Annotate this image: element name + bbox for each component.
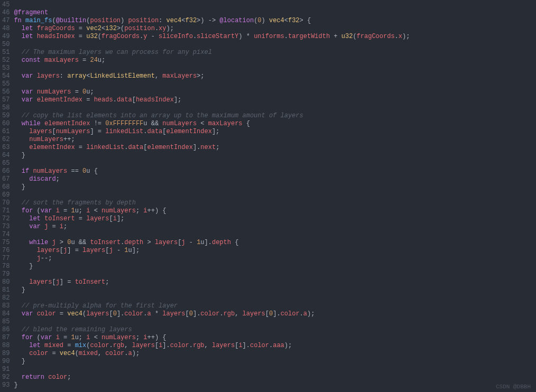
code-line[interactable] (14, 294, 536, 302)
line-number: 51 (2, 49, 10, 57)
line-number: 60 (2, 120, 10, 128)
line-number: 81 (2, 286, 10, 294)
code-line[interactable]: fn main_fs(@builtin(position) position: … (14, 17, 536, 25)
line-number: 58 (2, 104, 10, 112)
line-number: 59 (2, 112, 10, 120)
line-number: 78 (2, 263, 10, 270)
line-number: 90 (2, 358, 10, 366)
code-line[interactable]: elementIndex = linkedList.data[elementIn… (14, 144, 536, 152)
code-line[interactable]: var layers: array<LinkedListElement, max… (14, 72, 536, 80)
line-number: 77 (2, 255, 10, 263)
line-number: 56 (2, 88, 10, 96)
code-line[interactable]: discard; (14, 175, 536, 183)
code-line[interactable]: for (var i = 1u; i < numLayers; i++) { (14, 207, 536, 215)
code-line[interactable]: } (14, 381, 536, 389)
line-number: 71 (2, 207, 10, 215)
code-line[interactable]: var color = vec4(layers[0].color.a * lay… (14, 310, 536, 318)
watermark: CSDN @DBBH (496, 384, 531, 390)
code-line[interactable]: var numLayers = 0u; (14, 88, 536, 96)
code-line[interactable]: color = vec4(mixed, color.a); (14, 350, 536, 358)
code-line[interactable]: // blend the remaining layers (14, 326, 536, 334)
line-number: 70 (2, 199, 10, 207)
line-number: 84 (2, 310, 10, 318)
line-number: 86 (2, 326, 10, 334)
code-line[interactable]: while elementIndex != 0xFFFFFFFFu && num… (14, 120, 536, 128)
line-number: 54 (2, 72, 10, 80)
line-number: 75 (2, 239, 10, 247)
line-number: 67 (2, 175, 10, 183)
line-number: 45 (2, 1, 10, 9)
line-number-gutter: 4546474849505152535455565758596061626364… (0, 0, 14, 392)
code-line[interactable]: while j > 0u && toInsert.depth > layers[… (14, 239, 536, 247)
code-line[interactable] (14, 191, 536, 199)
code-editor: 4546474849505152535455565758596061626364… (0, 0, 536, 392)
line-number: 82 (2, 294, 10, 302)
code-line[interactable]: @fragment (14, 9, 536, 17)
line-number: 79 (2, 270, 10, 278)
line-number: 47 (2, 17, 10, 25)
code-line[interactable]: // pre-multiply alpha for the first laye… (14, 302, 536, 310)
line-number: 64 (2, 152, 10, 160)
line-number: 88 (2, 342, 10, 350)
line-number: 61 (2, 128, 10, 136)
code-line[interactable] (14, 64, 536, 72)
line-number: 50 (2, 41, 10, 49)
line-number: 92 (2, 374, 10, 381)
line-number: 91 (2, 366, 10, 374)
line-number: 53 (2, 64, 10, 72)
code-line[interactable]: layers[j] = layers[j - 1u]; (14, 247, 536, 255)
line-number: 80 (2, 278, 10, 286)
code-line[interactable]: } (14, 263, 536, 270)
code-line[interactable]: var elementIndex = heads.data[headsIndex… (14, 96, 536, 104)
line-number: 89 (2, 350, 10, 358)
line-number: 48 (2, 25, 10, 33)
code-line[interactable]: return color; (14, 374, 536, 381)
code-line[interactable]: // The maximum layers we can process for… (14, 49, 536, 57)
line-number: 49 (2, 33, 10, 41)
code-line[interactable]: let mixed = mix(color.rgb, layers[i].col… (14, 342, 536, 350)
code-line[interactable]: if numLayers == 0u { (14, 167, 536, 175)
code-line[interactable] (14, 231, 536, 239)
code-line[interactable]: let fragCoords = vec2<i32>(position.xy); (14, 25, 536, 33)
code-line[interactable]: const maxLayers = 24u; (14, 57, 536, 64)
line-number: 72 (2, 215, 10, 223)
code-line[interactable]: let toInsert = layers[i]; (14, 215, 536, 223)
code-line[interactable] (14, 318, 536, 326)
code-line[interactable] (14, 41, 536, 49)
line-number: 65 (2, 160, 10, 167)
code-line[interactable]: for (var i = 1u; i < numLayers; i++) { (14, 334, 536, 342)
line-number: 46 (2, 9, 10, 17)
line-number: 74 (2, 231, 10, 239)
line-number: 62 (2, 136, 10, 144)
code-line[interactable]: layers[numLayers] = linkedList.data[elem… (14, 128, 536, 136)
line-number: 73 (2, 223, 10, 231)
code-line[interactable] (14, 104, 536, 112)
code-line[interactable] (14, 366, 536, 374)
line-number: 55 (2, 80, 10, 88)
code-line[interactable]: var j = i; (14, 223, 536, 231)
code-line[interactable] (14, 270, 536, 278)
code-line[interactable]: } (14, 152, 536, 160)
code-line[interactable]: layers[j] = toInsert; (14, 278, 536, 286)
code-line[interactable]: j--; (14, 255, 536, 263)
line-number: 66 (2, 167, 10, 175)
line-number: 57 (2, 96, 10, 104)
line-number: 69 (2, 191, 10, 199)
code-line[interactable]: // copy the list elements into an array … (14, 112, 536, 120)
line-number: 52 (2, 57, 10, 64)
line-number: 83 (2, 302, 10, 310)
code-line[interactable] (14, 80, 536, 88)
code-line[interactable]: } (14, 358, 536, 366)
line-number: 93 (2, 381, 10, 389)
line-number: 76 (2, 247, 10, 255)
code-line[interactable]: numLayers++; (14, 136, 536, 144)
code-line[interactable]: // sort the fragments by depth (14, 199, 536, 207)
code-line[interactable]: let headsIndex = u32(fragCoords.y - slic… (14, 33, 536, 41)
line-number: 87 (2, 334, 10, 342)
code-line[interactable]: } (14, 286, 536, 294)
line-number: 63 (2, 144, 10, 152)
code-line[interactable]: } (14, 183, 536, 191)
code-content[interactable]: @fragmentfn main_fs(@builtin(position) p… (14, 0, 536, 392)
code-line[interactable] (14, 160, 536, 167)
code-line[interactable] (14, 1, 536, 9)
